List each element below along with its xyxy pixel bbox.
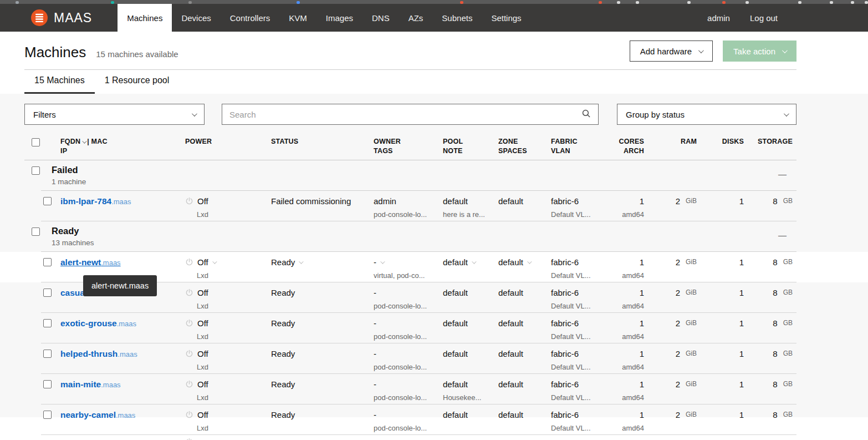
row-checkbox[interactable]	[43, 197, 52, 205]
chevron-down-icon[interactable]	[380, 259, 385, 264]
nav-item-subnets[interactable]: Subnets	[432, 4, 482, 32]
group-storage-dash: —	[778, 165, 796, 179]
tab-15-machines[interactable]: 15 Machines	[24, 70, 95, 94]
chevron-down-icon[interactable]	[527, 259, 532, 264]
cores-arch-cell: 1amd64	[613, 379, 648, 404]
column-header-zone[interactable]: ZONESPACES	[498, 137, 551, 160]
fabric-vlan-cell: fabric-6Default VL...	[551, 379, 613, 404]
ram-cell: 2GiB	[648, 348, 701, 374]
power-cell: OffLxd	[185, 196, 271, 221]
column-header-cores[interactable]: CORESARCH	[613, 137, 648, 160]
cores-arch-cell: 1amd64	[613, 196, 648, 221]
row-checkbox[interactable]	[43, 289, 52, 297]
nav-item-settings[interactable]: Settings	[482, 4, 530, 32]
favicon-icon	[746, 1, 749, 4]
machines-list: Filters Group by status FQDN| MAC IP POW…	[0, 94, 868, 417]
logout-link[interactable]: Log out	[740, 4, 788, 32]
ram-cell: 2GiB	[648, 196, 701, 221]
column-header-status[interactable]: STATUS	[271, 137, 374, 160]
row-checkbox[interactable]	[43, 258, 52, 266]
row-checkbox[interactable]	[43, 411, 52, 419]
column-header-storage[interactable]: STORAGE	[748, 137, 796, 160]
machine-link[interactable]: exotic-grouse.maas	[60, 318, 136, 329]
disks-cell: 1	[701, 348, 748, 374]
chevron-down-icon[interactable]	[212, 259, 217, 264]
chevron-down-icon	[698, 48, 704, 53]
chevron-down-icon[interactable]	[299, 259, 304, 264]
group-name: Ready	[52, 226, 94, 236]
pool-note-cell: default	[443, 348, 498, 374]
favicon-icon	[599, 1, 602, 4]
disks-cell: 1	[701, 318, 748, 343]
machine-link[interactable]: nearby-camel.maas	[60, 409, 135, 421]
chevron-down-icon[interactable]	[472, 259, 476, 264]
main-nav: MAAS MachinesDevicesControllersKVMImages…	[0, 4, 868, 32]
machines-available-count: 15 machines available	[96, 49, 178, 59]
machine-link[interactable]: alert-newt.maas	[60, 257, 121, 268]
storage-cell: 8GB	[748, 287, 796, 313]
add-hardware-button[interactable]: Add hardware	[630, 41, 713, 62]
sort-chevron-icon[interactable]	[82, 139, 86, 143]
favicon-icon	[722, 1, 726, 4]
column-header-fqdn[interactable]: FQDN| MAC IP	[60, 137, 185, 160]
machine-link[interactable]: helped-thrush.maas	[60, 348, 137, 360]
nav-item-controllers[interactable]: Controllers	[221, 4, 280, 32]
search-icon	[581, 109, 591, 120]
column-header-power[interactable]: POWER	[185, 137, 271, 160]
owner-tags-cell: -virtual, pod-co...	[374, 257, 443, 282]
browser-strip	[0, 0, 868, 4]
ram-cell: 2GiB	[648, 287, 701, 313]
column-header-pool[interactable]: POOLNOTE	[443, 137, 498, 160]
tab-1-resource-pool[interactable]: 1 Resource pool	[95, 70, 180, 94]
column-header-ram[interactable]: RAM	[648, 137, 701, 160]
pool-note-cell: default	[443, 409, 498, 435]
fabric-vlan-cell: fabric-6Default VL...	[551, 196, 613, 221]
disks-cell: 1	[701, 379, 748, 404]
nav-item-dns[interactable]: DNS	[362, 4, 399, 32]
status-cell: Ready	[271, 318, 374, 343]
group-row-ready: Ready13 machines—	[0, 221, 868, 252]
status-cell: Ready	[271, 257, 374, 282]
group-checkbox[interactable]	[32, 166, 40, 175]
group-by-label: Group by status	[626, 110, 685, 119]
group-name: Failed	[52, 165, 86, 175]
brand[interactable]: MAAS	[0, 4, 92, 32]
row-checkbox[interactable]	[43, 350, 52, 358]
row-checkbox[interactable]	[43, 380, 52, 388]
nav-item-admin[interactable]: admin	[697, 4, 740, 32]
machine-link[interactable]: main-mite.maas	[60, 379, 121, 390]
fqdn-cell: exotic-grouse.maas	[60, 318, 185, 343]
row-checkbox[interactable]	[43, 319, 52, 327]
power-icon	[185, 319, 193, 327]
zone-cell: default	[498, 257, 551, 282]
fabric-vlan-cell: fabric-6Default VL...	[551, 287, 613, 313]
table-header: FQDN| MAC IP POWER STATUS OWNERTAGS POOL…	[0, 133, 868, 160]
column-header-fabric[interactable]: FABRICVLAN	[551, 137, 613, 160]
take-action-button[interactable]: Take action	[723, 41, 796, 62]
power-icon	[185, 380, 193, 388]
storage-cell: 8GB	[748, 348, 796, 374]
filters-dropdown[interactable]: Filters	[24, 104, 205, 125]
nav-item-azs[interactable]: AZs	[399, 4, 433, 32]
maas-logo-icon	[31, 9, 48, 26]
search-input[interactable]	[229, 110, 581, 119]
owner-tags-cell: -pod-console-lo...	[374, 287, 443, 313]
zone-cell: default	[498, 287, 551, 313]
nav-item-machines[interactable]: Machines	[118, 4, 172, 32]
column-header-disks[interactable]: DISKS	[701, 137, 748, 160]
favicon-icon	[460, 1, 463, 4]
nav-item-images[interactable]: Images	[316, 4, 362, 32]
machine-link[interactable]: ibm-lpar-784.maas	[60, 196, 131, 207]
group-checkbox[interactable]	[32, 227, 40, 236]
group-by-dropdown[interactable]: Group by status	[617, 104, 796, 125]
power-cell: OffLxd	[185, 257, 271, 282]
cores-arch-cell: 1amd64	[613, 318, 648, 343]
select-all-checkbox[interactable]	[32, 138, 40, 146]
pool-note-cell: default	[443, 257, 498, 282]
column-header-owner[interactable]: OWNERTAGS	[374, 137, 443, 160]
machine-row: nearby-camel.maasOffLxdReady-pod-console…	[0, 404, 868, 435]
nav-item-kvm[interactable]: KVM	[279, 4, 316, 32]
nav-item-devices[interactable]: Devices	[172, 4, 220, 32]
zone-cell: default	[498, 318, 551, 343]
storage-cell: 8GB	[748, 318, 796, 343]
